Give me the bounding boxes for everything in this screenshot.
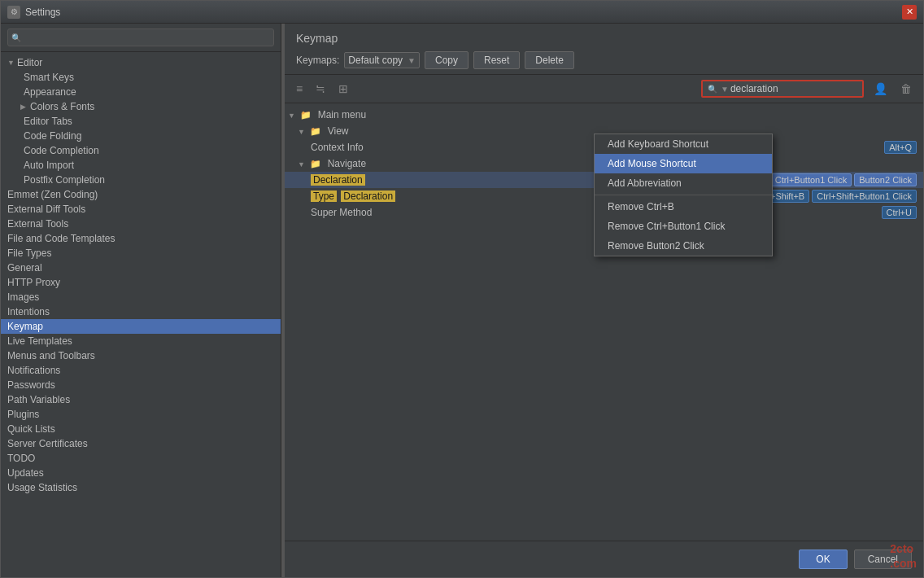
sidebar-item-path-variables[interactable]: Path Variables xyxy=(1,392,281,407)
shortcut-ctrl-btn1: Ctrl+Button1 Click xyxy=(770,173,852,186)
close-button[interactable]: ✕ xyxy=(902,5,917,20)
sidebar-item-label: External Diff Tools xyxy=(7,204,85,215)
delete-button[interactable]: Delete xyxy=(525,51,574,69)
keymaps-label: Keymaps: xyxy=(296,55,339,66)
filter-btn-2[interactable]: ≒ xyxy=(312,81,329,97)
sidebar-item-code-completion[interactable]: Code Completion xyxy=(1,143,281,158)
sidebar-item-auto-import[interactable]: Auto Import xyxy=(1,158,281,173)
sidebar: ▼ Editor Smart Keys Appearance ▶ Colors … xyxy=(1,24,281,577)
copy-button[interactable]: Copy xyxy=(425,51,469,69)
sidebar-item-label: Colors & Fonts xyxy=(30,101,94,112)
ctx-remove-ctrl-btn1[interactable]: Remove Ctrl+Button1 Click xyxy=(595,217,772,236)
sidebar-item-label: Passwords xyxy=(7,379,55,391)
sidebar-search-area xyxy=(1,24,281,52)
type-decl-label: Type xyxy=(311,190,337,202)
sidebar-item-label: Keymap xyxy=(7,321,43,332)
km-shortcuts: Ctrl+Shift+B Ctrl+Shift+Button1 Click xyxy=(752,190,923,203)
editor-arrow: ▼ xyxy=(7,59,15,67)
sidebar-item-label: Path Variables xyxy=(7,394,70,405)
km-row-main-menu[interactable]: ▼ 📁 Main menu xyxy=(285,107,923,123)
sidebar-item-keymap[interactable]: Keymap xyxy=(1,319,281,334)
sidebar-item-emmet[interactable]: Emmet (Zen Coding) xyxy=(1,187,281,202)
sidebar-item-editor[interactable]: ▼ Editor xyxy=(1,55,281,70)
filter-btn-3[interactable]: ⊞ xyxy=(335,81,351,97)
shortcut-ctrl-u: Ctrl+U xyxy=(882,206,917,219)
folder-icon: 📁 xyxy=(310,126,321,136)
sidebar-item-editor-tabs[interactable]: Editor Tabs xyxy=(1,114,281,129)
panel-title: Keymap xyxy=(296,32,912,45)
sidebar-item-usage-statistics[interactable]: Usage Statistics xyxy=(1,480,281,495)
ctx-remove-btn2[interactable]: Remove Button2 Click xyxy=(595,236,772,256)
sidebar-item-label: Server Certificates xyxy=(7,438,88,449)
sidebar-item-http-proxy[interactable]: HTTP Proxy xyxy=(1,275,281,290)
sidebar-search-input[interactable] xyxy=(7,28,274,46)
ctx-add-abbreviation[interactable]: Add Abbreviation xyxy=(595,173,772,193)
shortcut-ctrl-shift-btn1: Ctrl+Shift+Button1 Click xyxy=(812,190,917,203)
sidebar-item-label: Appearance xyxy=(24,86,76,98)
reset-button[interactable]: Reset xyxy=(473,51,520,69)
context-menu: Add Keyboard Shortcut Add Mouse Shortcut… xyxy=(594,134,773,256)
sidebar-item-label: Images xyxy=(7,291,39,303)
trash-icon[interactable]: 🗑 xyxy=(897,81,915,97)
sidebar-item-label: Notifications xyxy=(7,365,60,376)
keymap-filter-bar: ≡ ≒ ⊞ 🔍 ▼ 👤 🗑 xyxy=(285,75,923,103)
sidebar-item-plugins[interactable]: Plugins xyxy=(1,407,281,422)
colors-fonts-arrow: ▶ xyxy=(20,103,28,111)
panel-header: Keymap Keymaps: Default copy ▼ Copy Rese… xyxy=(285,24,923,75)
keymap-search-input[interactable] xyxy=(730,83,844,94)
sidebar-item-label: Smart Keys xyxy=(24,72,74,83)
search-box: 🔍 ▼ xyxy=(701,80,864,98)
sidebar-item-server-certificates[interactable]: Server Certificates xyxy=(1,436,281,451)
shortcut-btn2: Button2 Click xyxy=(854,173,917,186)
user-icon[interactable]: 👤 xyxy=(870,81,891,97)
titlebar: ⚙ Settings ✕ xyxy=(1,1,923,24)
sidebar-item-notifications[interactable]: Notifications xyxy=(1,363,281,378)
sidebar-item-label: File Types xyxy=(7,247,51,259)
main-content: ▼ Editor Smart Keys Appearance ▶ Colors … xyxy=(1,24,923,577)
sidebar-item-code-folding[interactable]: Code Folding xyxy=(1,129,281,143)
km-label: ▼ 📁 Main menu xyxy=(285,109,923,120)
keymap-select-wrapper[interactable]: Default copy ▼ xyxy=(344,52,420,68)
sidebar-item-label: Quick Lists xyxy=(7,423,55,435)
sidebar-item-label: Plugins xyxy=(7,409,39,420)
folder-icon: 📁 xyxy=(300,110,312,120)
sidebar-item-updates[interactable]: Updates xyxy=(1,466,281,480)
sidebar-item-postfix[interactable]: Postfix Completion xyxy=(1,173,281,187)
sidebar-item-file-code-templates[interactable]: File and Code Templates xyxy=(1,231,281,246)
sidebar-item-menus-toolbars[interactable]: Menus and Toolbars xyxy=(1,348,281,363)
sidebar-item-label: Intentions xyxy=(7,306,50,317)
dropdown-arrow-icon: ▼ xyxy=(408,56,416,65)
ok-button[interactable]: OK xyxy=(799,550,847,569)
folder-icon: 📁 xyxy=(310,159,321,169)
sidebar-item-label: Auto Import xyxy=(24,160,74,171)
sidebar-item-label: Usage Statistics xyxy=(7,482,77,493)
sidebar-item-label: TODO xyxy=(7,453,35,464)
sidebar-item-label: Live Templates xyxy=(7,335,72,347)
ctx-add-mouse[interactable]: Add Mouse Shortcut xyxy=(595,154,772,173)
sidebar-item-general[interactable]: General xyxy=(1,261,281,275)
keymap-selected-value: Default copy xyxy=(348,55,403,66)
window-title: Settings xyxy=(25,7,902,18)
sidebar-item-colors-fonts[interactable]: ▶ Colors & Fonts xyxy=(1,99,281,114)
sidebar-item-external-diff[interactable]: External Diff Tools xyxy=(1,202,281,217)
sidebar-item-label: File and Code Templates xyxy=(7,233,116,244)
sidebar-item-file-types[interactable]: File Types xyxy=(1,246,281,261)
sidebar-search-wrapper xyxy=(7,28,274,46)
right-panel: Keymap Keymaps: Default copy ▼ Copy Rese… xyxy=(285,24,923,577)
sidebar-item-passwords[interactable]: Passwords xyxy=(1,378,281,392)
declaration-label: Declaration xyxy=(311,174,365,186)
km-shortcuts: Ctrl+U xyxy=(882,206,923,219)
ctx-remove-ctrl-b[interactable]: Remove Ctrl+B xyxy=(595,197,772,217)
sidebar-item-intentions[interactable]: Intentions xyxy=(1,304,281,319)
sidebar-item-todo[interactable]: TODO xyxy=(1,451,281,466)
sidebar-item-images[interactable]: Images xyxy=(1,290,281,304)
sidebar-item-quick-lists[interactable]: Quick Lists xyxy=(1,422,281,436)
sidebar-item-live-templates[interactable]: Live Templates xyxy=(1,334,281,348)
search-box-icon: 🔍 xyxy=(708,85,717,94)
filter-btn-1[interactable]: ≡ xyxy=(293,81,306,97)
ctx-add-keyboard[interactable]: Add Keyboard Shortcut xyxy=(595,134,772,154)
sidebar-item-smart-keys[interactable]: Smart Keys xyxy=(1,70,281,85)
sidebar-item-appearance[interactable]: Appearance xyxy=(1,85,281,99)
sidebar-item-external-tools[interactable]: External Tools xyxy=(1,217,281,231)
type-decl-label2: Declaration xyxy=(341,190,395,202)
